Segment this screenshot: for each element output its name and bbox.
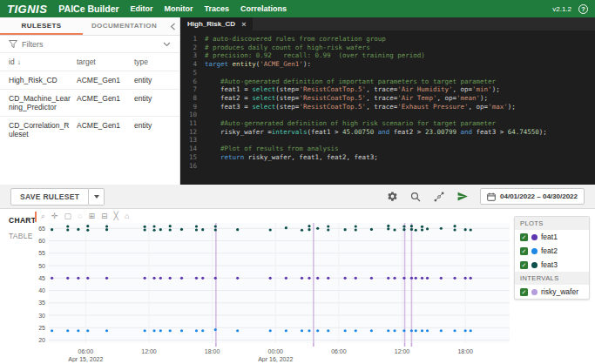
save-options-dropdown[interactable] [89, 188, 105, 206]
checkbox-feat3[interactable]: ✓ [520, 261, 528, 269]
x-tick-label: 12:00 [395, 348, 410, 354]
nav-item-editor[interactable]: Editor [131, 4, 153, 13]
rulesets-panel: RULESETS DOCUMENTATION Filters id↓target… [0, 17, 180, 185]
line-number: 10 [180, 111, 205, 119]
column-header-type[interactable]: type [134, 57, 179, 66]
nav-item-correlations[interactable]: Correlations [240, 4, 287, 13]
line-number: 1 [180, 35, 205, 44]
ruleset-toolbar: SAVE RULESET 04/01/2022 – 04/30/2022 [0, 185, 595, 209]
code-line: 11 #Auto-gernerated definition of high r… [180, 119, 595, 128]
series-color-dot [531, 262, 538, 268]
point-feat2 [169, 329, 172, 332]
legend-item-feat2[interactable]: ✓feat2 [515, 244, 589, 258]
nav-item-monitor[interactable]: Monitor [165, 4, 193, 13]
editor-tab-high-risk-cd[interactable]: High_Risk_CD × [180, 17, 253, 30]
code-line: 15 return risky_wafer, feat1, feat2, fea… [180, 153, 595, 162]
point-feat1 [105, 277, 108, 280]
code-line: 12 risky_wafer =intervals(feat1 > 45.007… [180, 128, 595, 137]
column-header-id[interactable]: id↓ [9, 57, 77, 66]
point-feat1 [51, 277, 53, 280]
settings-icon[interactable] [386, 191, 398, 203]
point-feat2 [195, 329, 198, 332]
y-tick-label: 45 [38, 275, 45, 281]
point-feat3 [86, 225, 89, 227]
point-feat3 [470, 228, 472, 231]
table-cell: entity [134, 94, 179, 111]
line-number: 11 [180, 119, 205, 128]
point-feat2 [285, 329, 287, 332]
point-feat1 [86, 277, 89, 280]
point-feat1 [77, 277, 79, 280]
point-feat1 [159, 277, 162, 280]
table-row[interactable]: CD_Machine_Learning_PredictorACME_Gen1en… [0, 89, 179, 116]
tab-chart[interactable]: CHART [9, 216, 36, 225]
code-line: 13 [180, 136, 595, 145]
code-line: 6 #Auto-generated definition of importan… [180, 78, 595, 86]
save-ruleset-button[interactable]: SAVE RULESET [10, 188, 89, 206]
line-number: 2 [180, 44, 205, 52]
code-text: #Plot of results from analysis [205, 145, 339, 153]
collapse-panel-icon[interactable] [166, 17, 179, 35]
point-feat1 [236, 277, 239, 280]
date-range-picker[interactable]: 04/01/2022 – 04/30/2022 [480, 188, 585, 205]
sort-desc-icon: ↓ [17, 58, 21, 66]
point-feat2 [393, 329, 396, 332]
point-feat3 [105, 228, 108, 231]
line-number: 12 [180, 128, 205, 137]
table-row[interactable]: High_Risk_CDACME_Gen1entity [0, 71, 179, 89]
run-icon[interactable] [456, 191, 469, 203]
nav-item-traces[interactable]: Traces [205, 4, 230, 13]
close-tab-icon[interactable]: × [241, 20, 246, 29]
editor-tabbar: High_Risk_CD × [180, 17, 595, 30]
point-feat1 [308, 277, 310, 280]
code-text: # precision: 0.92 recall: 0.99 (over tra… [205, 51, 425, 60]
column-header-target[interactable]: target [77, 57, 134, 66]
checkbox-risky_wafer[interactable]: ✓ [520, 288, 528, 296]
main-nav: EditorMonitorTracesCorrelations [131, 4, 287, 13]
code-text: feat1 = select(step='ResistCoatTop.5', t… [205, 85, 500, 94]
point-feat3 [159, 228, 162, 231]
tab-rulesets[interactable]: RULESETS [0, 17, 83, 35]
table-cell: entity [134, 121, 179, 138]
point-feat1 [426, 277, 429, 280]
tignis-logo: TIGNIS [7, 3, 47, 16]
table-row[interactable]: CD_Correlation_RulesetACME_Gen1entity [0, 116, 179, 143]
code-line: 8 feat2 = select(step='ResistCoatTop.5',… [180, 94, 595, 103]
table-cell: entity [134, 76, 179, 84]
scatter-plot[interactable]: 2025303540455055606506:00Apr 15, 202212:… [37, 218, 512, 362]
code-editor: High_Risk_CD × 1# auto-discovered rules … [180, 17, 595, 185]
code-line: 9 feat3 = select(step='ResistCoatTop.5',… [180, 103, 595, 111]
legend-label: feat1 [541, 233, 558, 241]
checkbox-feat2[interactable]: ✓ [520, 247, 528, 255]
code-text: #Auto-generated definition of important … [205, 78, 496, 86]
code-text: target entity('ACME_Gen1'): [205, 60, 311, 69]
help-icon[interactable]: ? [578, 4, 588, 14]
trendline-icon[interactable] [433, 191, 445, 203]
checkbox-feat1[interactable]: ✓ [520, 233, 528, 241]
code-area[interactable]: 1# auto-discovered rules from correlatio… [180, 30, 595, 185]
line-number: 9 [180, 103, 205, 111]
point-feat3 [415, 229, 417, 232]
tab-documentation[interactable]: DOCUMENTATION [83, 17, 166, 35]
line-number: 6 [180, 78, 205, 86]
line-number: 15 [180, 153, 205, 162]
y-tick-label: 60 [38, 238, 45, 244]
filters-toggle[interactable]: Filters [0, 36, 179, 53]
point-feat3 [66, 228, 69, 231]
point-feat2 [144, 329, 146, 332]
save-split-button: SAVE RULESET [10, 188, 105, 206]
tab-table[interactable]: TABLE [9, 232, 33, 240]
legend-item-feat3[interactable]: ✓feat3 [515, 258, 589, 272]
search-icon[interactable] [409, 191, 422, 203]
column-label: target [77, 57, 96, 66]
legend-item-risky_wafer[interactable]: ✓risky_wafer [515, 285, 589, 299]
intervals-header: INTERVALS [515, 272, 589, 285]
legend-item-feat1[interactable]: ✓feat1 [515, 230, 589, 244]
line-number: 14 [180, 145, 205, 153]
point-feat1 [152, 277, 155, 280]
x-tick-label: 06:00 [331, 348, 347, 354]
table-cell: High_Risk_CD [9, 76, 77, 84]
point-feat1 [344, 277, 347, 280]
rulesets-table: id↓targettype High_Risk_CDACME_Gen1entit… [0, 53, 179, 143]
point-feat3 [402, 225, 405, 227]
